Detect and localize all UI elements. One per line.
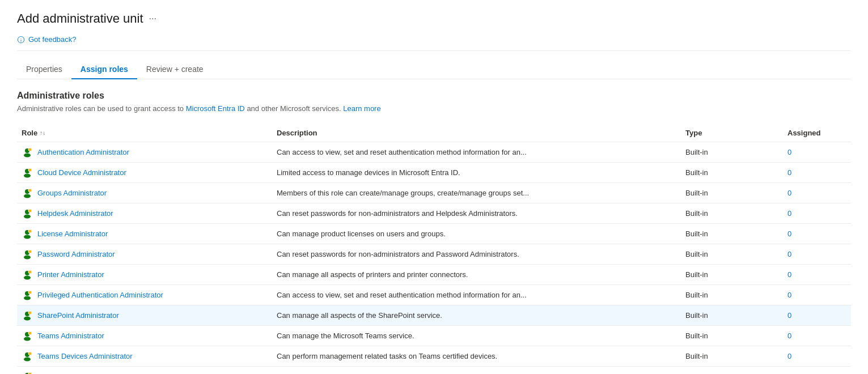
role-icon-wrapper — [22, 249, 33, 260]
svg-point-7 — [24, 194, 31, 198]
role-person-icon — [22, 249, 33, 260]
col-header-assigned: Assigned — [783, 129, 851, 137]
svg-point-23 — [28, 291, 32, 294]
sort-icon-role[interactable]: ↑↓ — [40, 130, 45, 136]
col-header-description: Description — [272, 129, 681, 137]
cell-type: Built-in — [681, 291, 783, 299]
cell-assigned[interactable]: 0 — [783, 352, 851, 360]
role-name-link[interactable]: Groups Administrator — [37, 189, 107, 197]
section-title: Administrative roles — [17, 91, 851, 101]
tab-assign-roles[interactable]: Assign roles — [71, 60, 137, 79]
table-row: Teams Administrator Can manage the Micro… — [17, 326, 851, 346]
cell-description: Can reset passwords for non-administrato… — [272, 250, 681, 258]
tab-review-create[interactable]: Review + create — [137, 60, 213, 79]
svg-point-20 — [28, 270, 32, 274]
role-name-link[interactable]: Cloud Device Administrator — [37, 168, 126, 177]
learn-more-link[interactable]: Learn more — [343, 104, 380, 113]
cell-description: Members of this role can create/manage g… — [272, 189, 681, 197]
role-icon-wrapper — [22, 371, 33, 375]
cell-assigned[interactable]: 0 — [783, 311, 851, 320]
cell-type: Built-in — [681, 189, 783, 197]
role-name-link[interactable]: Helpdesk Administrator — [37, 209, 113, 218]
table-row: Groups Administrator Members of this rol… — [17, 183, 851, 203]
table-row: SharePoint Administrator Can manage all … — [17, 305, 851, 326]
cell-type: Built-in — [681, 311, 783, 320]
cell-assigned[interactable]: 0 — [783, 148, 851, 156]
col-role-label: Role — [22, 129, 37, 137]
table-row: Password Administrator Can reset passwor… — [17, 244, 851, 265]
cell-assigned[interactable]: 0 — [783, 250, 851, 258]
svg-point-10 — [24, 214, 31, 218]
role-icon-wrapper — [22, 351, 33, 362]
cell-type: Built-in — [681, 148, 783, 156]
svg-point-4 — [24, 173, 31, 177]
tabs-nav: Properties Assign roles Review + create — [17, 60, 851, 79]
desc-text-2: and other Microsoft services. — [247, 104, 341, 113]
role-person-icon — [22, 330, 33, 342]
roles-table: Role ↑↓ Description Type Assigned Authen… — [17, 124, 851, 374]
tab-properties[interactable]: Properties — [17, 60, 71, 79]
role-name-link[interactable]: Password Administrator — [37, 250, 115, 258]
cell-role: Groups Administrator — [17, 188, 272, 199]
role-name-link[interactable]: Printer Administrator — [37, 270, 104, 279]
ellipsis-menu[interactable]: ··· — [149, 14, 156, 24]
col-assigned-label: Assigned — [787, 129, 821, 137]
cell-role: Helpdesk Administrator — [17, 208, 272, 219]
role-name-link[interactable]: Privileged Authentication Administrator — [37, 291, 163, 299]
role-name-link[interactable]: SharePoint Administrator — [37, 311, 119, 320]
cell-role: User Administrator — [17, 371, 272, 375]
col-header-type: Type — [681, 129, 783, 137]
role-person-icon — [22, 351, 33, 362]
feedback-link[interactable]: Got feedback? — [17, 35, 851, 44]
cell-role: Privileged Authentication Administrator — [17, 290, 272, 301]
svg-point-26 — [28, 311, 32, 314]
svg-point-5 — [28, 168, 32, 172]
role-icon-wrapper — [22, 147, 33, 158]
role-name-link[interactable]: Teams Devices Administrator — [37, 352, 133, 360]
role-person-icon — [22, 147, 33, 158]
page-container: Add administrative unit ··· Got feedback… — [0, 0, 868, 374]
table-row: Helpdesk Administrator Can reset passwor… — [17, 203, 851, 224]
cell-assigned[interactable]: 0 — [783, 332, 851, 340]
cell-description: Can manage all aspects of the SharePoint… — [272, 311, 681, 320]
role-person-icon — [22, 269, 33, 280]
role-icon-wrapper — [22, 269, 33, 280]
svg-point-31 — [24, 357, 31, 361]
role-person-icon — [22, 228, 33, 240]
cell-type: Built-in — [681, 332, 783, 340]
cell-description: Can manage all aspects of printers and p… — [272, 270, 681, 279]
cell-description: Limited access to manage devices in Micr… — [272, 168, 681, 177]
cell-assigned[interactable]: 0 — [783, 270, 851, 279]
role-icon-wrapper — [22, 208, 33, 219]
svg-point-11 — [28, 209, 32, 212]
feedback-label: Got feedback? — [28, 35, 77, 44]
table-row: Cloud Device Administrator Limited acces… — [17, 163, 851, 183]
cell-description: Can perform management related tasks on … — [272, 352, 681, 360]
svg-point-35 — [28, 372, 32, 375]
section-header: Administrative roles Administrative role… — [17, 91, 851, 113]
cell-assigned[interactable]: 0 — [783, 189, 851, 197]
microsoft-entra-link[interactable]: Microsoft Entra ID — [186, 104, 245, 113]
role-person-icon — [22, 290, 33, 301]
svg-point-19 — [24, 275, 31, 279]
cell-role: Cloud Device Administrator — [17, 167, 272, 178]
cell-assigned[interactable]: 0 — [783, 230, 851, 238]
table-row: Authentication Administrator Can access … — [17, 142, 851, 163]
role-name-link[interactable]: Teams Administrator — [37, 332, 104, 340]
cell-type: Built-in — [681, 168, 783, 177]
cell-assigned[interactable]: 0 — [783, 209, 851, 218]
table-header: Role ↑↓ Description Type Assigned — [17, 124, 851, 142]
desc-text-1: Administrative roles can be used to gran… — [17, 104, 184, 113]
svg-point-25 — [24, 316, 31, 320]
svg-point-1 — [24, 153, 31, 157]
cell-assigned[interactable]: 0 — [783, 291, 851, 299]
role-name-link[interactable]: License Administrator — [37, 230, 108, 238]
cell-assigned[interactable]: 0 — [783, 168, 851, 177]
svg-point-17 — [28, 250, 32, 253]
role-person-icon — [22, 208, 33, 219]
cell-role: Teams Devices Administrator — [17, 351, 272, 362]
cell-description: Can manage product licenses on users and… — [272, 230, 681, 238]
role-name-link[interactable]: Authentication Administrator — [37, 148, 129, 156]
svg-point-8 — [28, 189, 32, 192]
svg-point-29 — [28, 332, 32, 335]
